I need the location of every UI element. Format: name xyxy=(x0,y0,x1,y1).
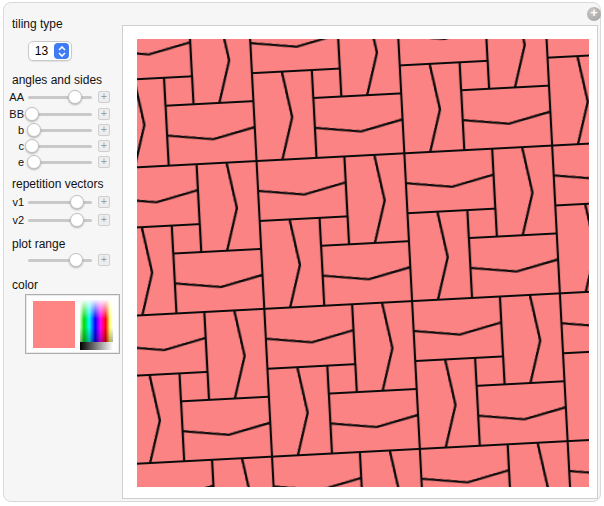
plus-button-b[interactable]: + xyxy=(98,124,110,136)
slider-label-v2: v2 xyxy=(4,214,24,226)
color-section-label: color xyxy=(12,278,38,292)
slider-thumb-e[interactable] xyxy=(27,155,41,169)
slider-label-AA: AA xyxy=(4,91,24,103)
plus-button-v2[interactable]: + xyxy=(98,214,110,226)
plot-range-section-label: plot range xyxy=(12,237,65,251)
slider-thumb-b[interactable] xyxy=(27,123,41,137)
color-picker[interactable] xyxy=(25,294,120,354)
slider-track-b[interactable] xyxy=(28,129,92,132)
slider-label-e: e xyxy=(4,156,24,168)
slider-label-v1: v1 xyxy=(4,196,24,208)
slider-row-v2: v2 + xyxy=(4,212,122,228)
plus-button-e[interactable]: + xyxy=(98,156,110,168)
slider-thumb-AA[interactable] xyxy=(68,90,82,104)
slider-thumb-v2[interactable] xyxy=(70,213,84,227)
controls-sidebar: tiling type 13 angles and sides AA + BB … xyxy=(4,3,122,501)
slider-label-c: c xyxy=(4,140,24,152)
slider-label-BB: BB xyxy=(4,108,24,120)
slider-row-AA: AA + xyxy=(4,89,122,105)
slider-track-c[interactable] xyxy=(28,145,92,148)
slider-track-AA[interactable] xyxy=(28,96,92,99)
tiling-type-value: 13 xyxy=(29,44,54,58)
slider-track-e[interactable] xyxy=(28,161,92,164)
chevron-down-icon xyxy=(58,52,66,57)
slider-thumb-plot-range[interactable] xyxy=(69,253,83,267)
slider-row-e: e + xyxy=(4,154,122,170)
hue-gradient-panel[interactable] xyxy=(80,300,113,342)
slider-thumb-c[interactable] xyxy=(25,139,39,153)
tiling-plot-panel xyxy=(122,25,598,499)
slider-thumb-BB[interactable] xyxy=(25,107,39,121)
plus-button-AA[interactable]: + xyxy=(98,91,110,103)
vectors-section-label: repetition vectors xyxy=(12,177,103,191)
pentagon-tiling-graphic xyxy=(137,39,589,487)
slider-track-v2[interactable] xyxy=(28,219,92,222)
plus-button-c[interactable]: + xyxy=(98,140,110,152)
plus-button-BB[interactable]: + xyxy=(98,108,110,120)
chevron-up-icon xyxy=(58,46,66,51)
demonstration-card: tiling type 13 angles and sides AA + BB … xyxy=(3,2,601,502)
stepper-icon[interactable] xyxy=(54,43,69,59)
slider-thumb-v1[interactable] xyxy=(70,195,84,209)
slider-track-plot-range[interactable] xyxy=(28,259,92,262)
slider-row-BB: BB + xyxy=(4,106,122,122)
slider-row-c: c + xyxy=(4,138,122,154)
tiling-type-label: tiling type xyxy=(12,17,63,31)
plus-button-v1[interactable]: + xyxy=(98,196,110,208)
tiling-type-dropdown[interactable]: 13 xyxy=(28,41,72,61)
slider-track-v1[interactable] xyxy=(28,201,92,204)
grayscale-strip[interactable] xyxy=(80,342,113,350)
slider-track-BB[interactable] xyxy=(28,113,92,116)
slider-row-b: b + xyxy=(4,122,122,138)
plus-button-plot-range[interactable]: + xyxy=(98,254,110,266)
slider-row-v1: v1 + xyxy=(4,194,122,210)
slider-row-plot-range: + xyxy=(4,252,122,268)
expand-plus-button[interactable]: + xyxy=(587,7,601,21)
slider-label-b: b xyxy=(4,124,24,136)
color-swatch[interactable] xyxy=(33,301,75,348)
angles-section-label: angles and sides xyxy=(12,73,102,87)
